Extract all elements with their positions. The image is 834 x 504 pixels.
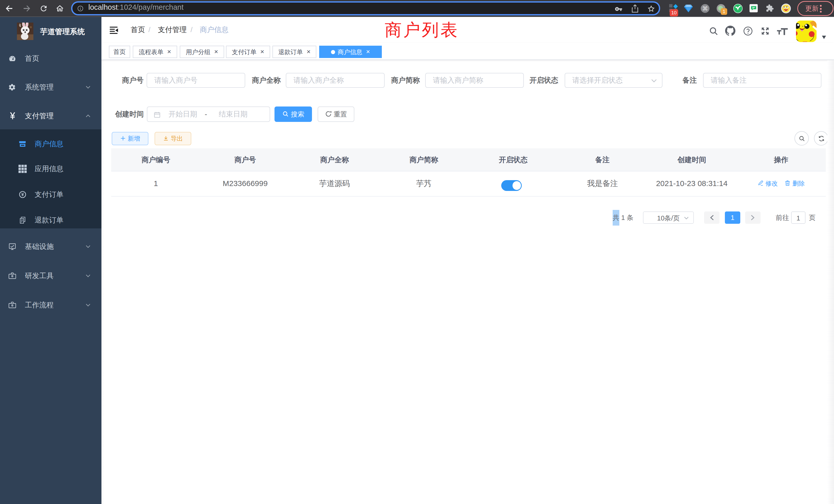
svg-text:⌘: ⌘ [702,5,708,12]
